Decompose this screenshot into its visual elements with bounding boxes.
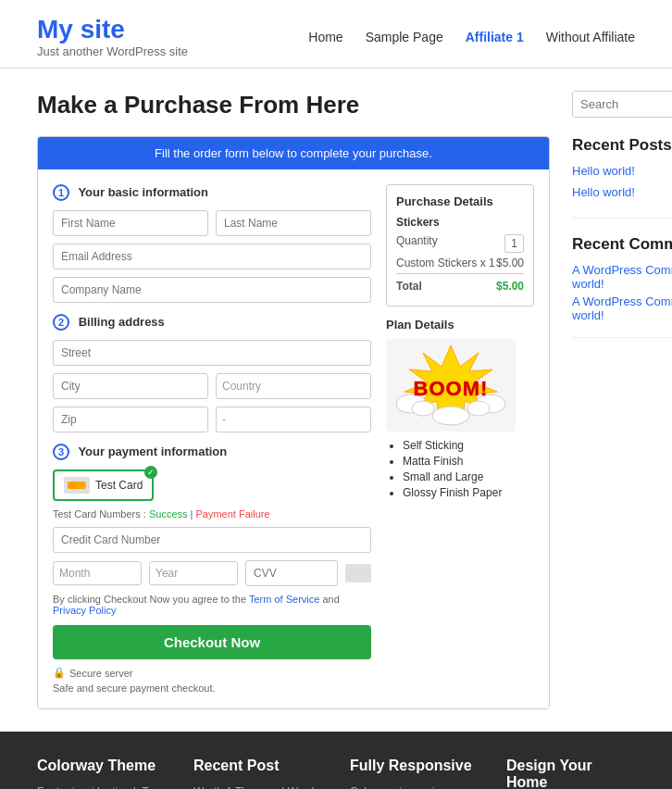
recent-post-2[interactable]: Hello world!: [572, 185, 672, 199]
svg-point-5: [432, 407, 469, 425]
comment-1: A WordPress Commenter on Hello world!: [572, 263, 672, 291]
plan-details: Plan Details: [386, 318, 534, 499]
terms-link[interactable]: Term of Service: [249, 594, 319, 605]
purchase-form-box: Fill the order form below to complete yo…: [37, 136, 550, 709]
recent-comments-section: Recent Comments A WordPress Commenter on…: [572, 235, 672, 338]
sidebar: 🔍 Recent Posts Hello world! Hello world!…: [572, 91, 672, 709]
card-selector[interactable]: Test Card ✓: [53, 470, 154, 501]
comment-author-1[interactable]: A WordPress Commenter: [572, 263, 672, 277]
dash-select[interactable]: -: [216, 407, 371, 432]
last-name-input[interactable]: [216, 210, 371, 236]
test-card-note: Test Card Numbers : Success | Payment Fa…: [53, 508, 371, 520]
footer-col-2-title: Recent Post: [193, 758, 322, 774]
cc-row: [53, 527, 371, 553]
section1-title: 1 Your basic information: [53, 184, 371, 201]
footer-col-3-title: Fully Responsive: [350, 758, 479, 774]
form-right: Purchase Details Stickers Quantity 1 Cus…: [386, 184, 534, 694]
site-branding: My site Just another WordPress site: [37, 15, 188, 58]
secure-label: Secure server: [69, 668, 132, 679]
main-container: Make a Purchase From Here Fill the order…: [0, 69, 672, 732]
checkout-button[interactable]: Checkout Now: [53, 625, 371, 659]
footer-link-1[interactable]: Worth A Thousand Words: [193, 785, 319, 789]
purchase-title: Purchase Details: [396, 194, 524, 208]
company-row: [53, 277, 371, 303]
country-select[interactable]: Country: [216, 373, 371, 399]
footer-col-1: Colorway Theme Footer is widgetized. To …: [37, 758, 166, 789]
item-label: Custom Stickers x 1: [396, 257, 495, 269]
lock-icon: 🔒: [53, 667, 66, 679]
first-name-input[interactable]: [53, 210, 208, 236]
section-payment: 3 Your payment information Test Card ✓ T…: [53, 444, 371, 694]
city-input[interactable]: [53, 373, 208, 399]
zip-input[interactable]: [53, 407, 208, 432]
plan-feature-4: Glossy Finish Paper: [403, 486, 534, 499]
section3-title: 3 Your payment information: [53, 444, 371, 460]
email-input[interactable]: [53, 244, 371, 269]
month-select[interactable]: Month: [53, 561, 142, 585]
total-label: Total: [396, 280, 422, 293]
quantity-label: Quantity: [396, 234, 438, 253]
section-billing: 2 Billing address Country: [53, 314, 371, 432]
svg-point-4: [467, 401, 490, 416]
main-nav: Home Sample Page Affiliate 1 Without Aff…: [308, 30, 635, 44]
site-header: My site Just another WordPress site Home…: [0, 0, 672, 69]
plan-feature-2: Matta Finish: [403, 455, 534, 468]
search-input[interactable]: [573, 92, 672, 117]
nav-sample-page[interactable]: Sample Page: [366, 30, 443, 44]
secure-desc: Safe and secure payment checkout.: [53, 683, 371, 694]
section2-title: 2 Billing address: [53, 314, 371, 331]
email-row: [53, 244, 371, 269]
month-year-cvv-row: Month Year: [53, 560, 371, 586]
form-header: Fill the order form below to complete yo…: [38, 137, 549, 169]
comment-2: A WordPress Commenter on Hello world!: [572, 294, 672, 322]
svg-text:BOOM!: BOOM!: [414, 377, 489, 400]
purchase-details-box: Purchase Details Stickers Quantity 1 Cus…: [386, 184, 534, 307]
search-box: 🔍: [572, 91, 672, 118]
city-country-row: Country: [53, 373, 371, 399]
recent-posts-title: Recent Posts: [572, 136, 672, 155]
year-select[interactable]: Year: [149, 561, 238, 585]
section3-num: 3: [53, 444, 69, 460]
quantity-value: 1: [504, 234, 524, 253]
name-row: [53, 210, 371, 236]
item-row: Custom Stickers x 1 $5.00: [396, 257, 524, 269]
company-input[interactable]: [53, 277, 371, 303]
nav-affiliate1[interactable]: Affiliate 1: [466, 30, 524, 44]
success-link[interactable]: Success: [149, 508, 188, 520]
card-icon: [64, 477, 90, 494]
plan-features-list: Self Sticking Matta Finish Small and Lar…: [386, 439, 534, 499]
nav-without-affiliate[interactable]: Without Affiliate: [546, 30, 635, 44]
item-price: $5.00: [496, 257, 524, 269]
recent-posts-section: Recent Posts Hello world! Hello world!: [572, 136, 672, 219]
cc-input[interactable]: [53, 527, 371, 553]
footer-col-4: Design Your Home Express your creativity…: [506, 758, 635, 789]
street-row: [53, 340, 371, 366]
comment-author-2[interactable]: A WordPress Commenter: [572, 294, 672, 308]
site-title: My site: [37, 15, 188, 44]
street-input[interactable]: [53, 340, 371, 366]
privacy-link[interactable]: Privacy Policy: [53, 605, 116, 616]
footer-col-2: Recent Post Worth A Thousand Words Categ…: [193, 758, 322, 789]
plan-feature-1: Self Sticking: [403, 439, 534, 452]
site-tagline: Just another WordPress site: [37, 44, 188, 58]
purchase-subtitle: Stickers: [396, 216, 524, 229]
recent-comments-title: Recent Comments: [572, 235, 672, 254]
footer-col-3: Fully Responsive Colorway is a unique re…: [350, 758, 479, 789]
footer-col-4-title: Design Your Home: [506, 758, 635, 789]
footer-col-1-text: Footer is widgetized. To setup the foote…: [37, 783, 166, 789]
card-check-icon: ✓: [144, 466, 157, 479]
plan-feature-3: Small and Large: [403, 470, 534, 483]
failure-link[interactable]: Payment Failure: [196, 508, 270, 520]
section-basic-info: 1 Your basic information: [53, 184, 371, 303]
recent-post-1[interactable]: Hello world!: [572, 164, 672, 178]
nav-home[interactable]: Home: [308, 30, 342, 44]
plan-title: Plan Details: [386, 318, 534, 332]
form-body: 1 Your basic information: [38, 169, 549, 708]
zip-row: -: [53, 407, 371, 432]
cvv-card-icon: [345, 564, 371, 582]
svg-point-2: [412, 401, 434, 416]
total-amount: $5.00: [496, 280, 524, 293]
qty-box: 1: [504, 234, 524, 253]
footer-col-3-text: Colorway is a unique responsive WordPres…: [350, 783, 479, 789]
cvv-input[interactable]: [245, 560, 338, 586]
